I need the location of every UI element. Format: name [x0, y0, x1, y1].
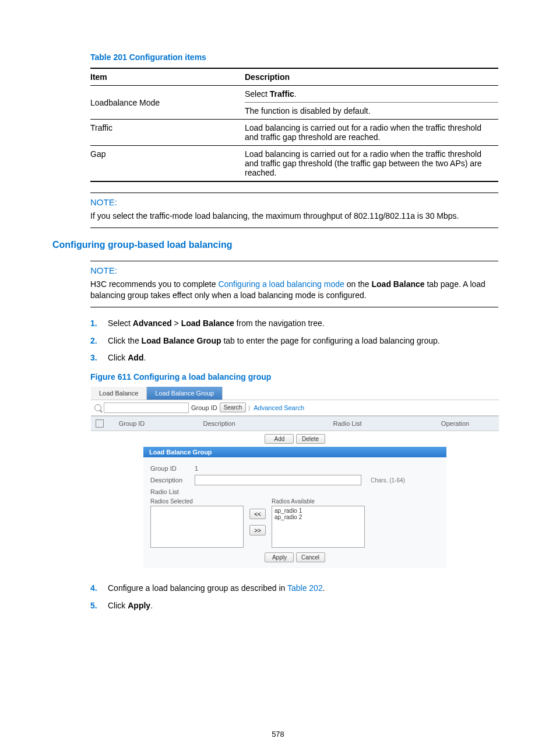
- text-fragment: .: [294, 89, 297, 99]
- note-text: H3C recommends you to complete Configuri…: [90, 279, 498, 301]
- step-item: Configure a load balancing group as desc…: [90, 583, 504, 594]
- col-header-group-id: Group ID: [108, 416, 155, 430]
- list-item[interactable]: ap_radio 2: [275, 514, 362, 520]
- bold-lb-group: Load Balance Group: [142, 336, 221, 345]
- note-label: NOTE:: [90, 265, 498, 276]
- text-fragment: on the: [344, 279, 372, 289]
- text-fragment: Click the: [108, 336, 142, 345]
- move-right-button[interactable]: >>: [249, 525, 266, 536]
- steps-list-b: Configure a load balancing group as desc…: [90, 583, 504, 611]
- bold-add: Add: [128, 353, 143, 362]
- note-text: If you select the traffic-mode load bala…: [90, 211, 498, 222]
- form-container: Load Balance Group Group ID 1 Descriptio…: [143, 447, 446, 568]
- radios-selected-listbox[interactable]: [150, 506, 244, 548]
- note-box-2: NOTE: H3C recommends you to complete Con…: [90, 261, 498, 307]
- apply-button[interactable]: Apply: [265, 552, 294, 562]
- search-icon: [94, 404, 101, 411]
- col-header-operation: Operation: [411, 416, 499, 430]
- bold-apply: Apply: [128, 601, 150, 610]
- bold-traffic: Traffic: [270, 89, 294, 99]
- text-fragment: .: [143, 353, 146, 362]
- text-fragment: Click: [108, 601, 128, 610]
- col-header-radio-list: Radio List: [283, 416, 411, 430]
- text-fragment: Select: [108, 318, 133, 328]
- select-all-checkbox[interactable]: [96, 419, 104, 428]
- step-item: Click the Load Balance Group tab to ente…: [90, 335, 504, 347]
- add-button[interactable]: Add: [265, 434, 294, 444]
- search-field-label: Group ID: [191, 404, 217, 411]
- move-left-button[interactable]: <<: [249, 509, 266, 519]
- text-fragment: from the navigation tree.: [234, 318, 325, 328]
- description-input[interactable]: [195, 475, 361, 485]
- text-fragment: Click: [108, 353, 128, 362]
- cell-traffic-desc: Load balancing is carried out for a radi…: [245, 120, 498, 146]
- cell-gap-item: Gap: [90, 146, 245, 182]
- form-button-row: Apply Cancel: [150, 548, 439, 562]
- figure-611-caption: Figure 611 Configuring a load balancing …: [90, 372, 504, 382]
- dual-list: Radios Selected << >> Radios Available a…: [150, 498, 439, 548]
- tab-load-balance[interactable]: Load Balance: [91, 387, 147, 400]
- text-fragment: Select: [245, 89, 270, 99]
- form-row-group-id: Group ID 1: [150, 465, 439, 472]
- label-radios-selected: Radios Selected: [150, 498, 244, 505]
- link-table-202[interactable]: Table 202: [287, 583, 323, 593]
- cell-gap-desc: Load balancing is carried out for a radi…: [245, 146, 498, 182]
- text-fragment: .: [150, 601, 153, 610]
- bold-load-balance: Load Balance: [372, 279, 425, 289]
- radios-available-listbox[interactable]: ap_radio 1 ap_radio 2: [272, 506, 365, 548]
- text-fragment: H3C recommends you to complete: [90, 279, 218, 289]
- section-heading-group-based: Configuring group-based load balancing: [52, 240, 504, 250]
- form-row-description: Description Chars. (1-64): [150, 475, 439, 485]
- step-item: Click Add.: [90, 352, 504, 364]
- text-fragment: >: [172, 318, 181, 328]
- col-header-checkbox: [91, 416, 108, 430]
- label-group-id: Group ID: [150, 465, 190, 472]
- step-item: Select Advanced > Load Balance from the …: [90, 318, 504, 330]
- search-button[interactable]: Search: [220, 402, 247, 412]
- page-number: 578: [0, 730, 556, 738]
- cell-traffic-item: Traffic: [90, 120, 245, 146]
- table-button-row: Add Delete: [91, 431, 499, 447]
- label-radio-list: Radio List: [150, 488, 190, 495]
- cell-loadbalance-mode-item: Loadbalance Mode: [90, 86, 245, 120]
- cell-loadbalance-mode-line2: The function is disabled by default.: [245, 103, 498, 120]
- cell-loadbalance-mode-line1: Select Traffic.: [245, 86, 498, 103]
- note-box-1: NOTE: If you select the traffic-mode loa…: [90, 192, 498, 228]
- link-configuring-lb-mode[interactable]: Configuring a load balancing mode: [218, 279, 344, 289]
- form-body: Group ID 1 Description Chars. (1-64) Rad…: [143, 457, 446, 568]
- tab-bar: Load Balance Load Balance Group: [91, 387, 499, 400]
- label-description: Description: [150, 477, 190, 484]
- text-fragment: tab to enter the page for configuring a …: [221, 336, 440, 345]
- chars-hint: Chars. (1-64): [371, 477, 405, 484]
- col-header-item: Item: [90, 68, 245, 86]
- text-fragment: .: [323, 583, 325, 593]
- list-item[interactable]: ap_radio 1: [275, 508, 362, 514]
- table-201-caption: Table 201 Configuration items: [90, 52, 504, 62]
- label-radios-available: Radios Available: [272, 498, 365, 505]
- note-label: NOTE:: [90, 197, 498, 208]
- form-row-radio-list: Radio List: [150, 488, 439, 495]
- config-items-table: Item Description Loadbalance Mode Select…: [90, 68, 498, 182]
- delete-button[interactable]: Delete: [296, 434, 325, 444]
- steps-list-a: Select Advanced > Load Balance from the …: [90, 318, 504, 364]
- ui-screenshot: Load Balance Load Balance Group Group ID…: [90, 386, 499, 569]
- form-title: Load Balance Group: [143, 447, 446, 457]
- col-header-description: Description: [245, 68, 498, 86]
- bold-load-balance: Load Balance: [181, 318, 234, 328]
- group-table: Group ID Description Radio List Operatio…: [91, 416, 499, 431]
- text-fragment: Configure a load balancing group as desc…: [108, 583, 287, 593]
- col-header-description: Description: [155, 416, 283, 430]
- value-group-id: 1: [195, 465, 198, 472]
- tab-load-balance-group[interactable]: Load Balance Group: [147, 387, 223, 400]
- search-input[interactable]: [104, 402, 189, 413]
- cancel-button[interactable]: Cancel: [296, 552, 325, 562]
- bold-advanced: Advanced: [133, 318, 172, 328]
- search-row: Group ID Search | Advanced Search: [91, 400, 499, 416]
- divider: |: [248, 404, 250, 411]
- step-item: Click Apply.: [90, 600, 504, 612]
- advanced-search-link[interactable]: Advanced Search: [254, 404, 304, 411]
